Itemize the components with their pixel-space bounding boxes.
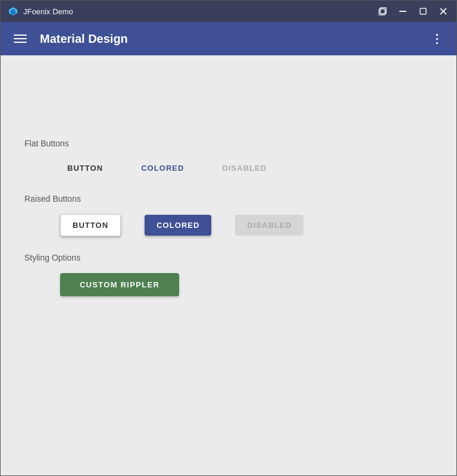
svg-rect-5 (420, 8, 426, 14)
more-options-icon[interactable]: ⋮ (427, 28, 447, 49)
raised-buttons-row: BUTTON COLORED DISABLED (24, 214, 433, 236)
maximize-icon[interactable] (417, 5, 429, 17)
raised-button-disabled: DISABLED (235, 215, 303, 236)
flat-buttons-label: Flat Buttons (24, 139, 433, 148)
svg-rect-4 (399, 11, 406, 12)
top-spacer (24, 67, 433, 139)
window-controls (377, 5, 449, 17)
flat-buttons-row: BUTTON COLORED DISABLED (24, 159, 433, 177)
raised-button-default[interactable]: BUTTON (60, 214, 121, 236)
restore-icon[interactable] (377, 5, 389, 17)
window-title: JFoenix Demo (23, 7, 377, 16)
flat-button-disabled: DISABLED (215, 159, 274, 177)
styling-options-section: Styling Options CUSTOM RIPPLER (24, 253, 433, 296)
application-window: JFoenix Demo (0, 0, 457, 476)
styling-options-row: CUSTOM RIPPLER (24, 273, 433, 296)
styling-options-label: Styling Options (24, 253, 433, 262)
raised-buttons-label: Raised Buttons (24, 194, 433, 203)
title-bar: JFoenix Demo (1, 1, 456, 22)
app-bar: Material Design ⋮ (1, 22, 456, 55)
flat-button-colored[interactable]: COLORED (134, 159, 191, 177)
main-content: Flat Buttons BUTTON COLORED DISABLED Rai… (1, 55, 456, 475)
flat-buttons-section: Flat Buttons BUTTON COLORED DISABLED (24, 139, 433, 177)
minimize-icon[interactable] (397, 5, 409, 17)
raised-buttons-section: Raised Buttons BUTTON COLORED DISABLED (24, 194, 433, 236)
app-bar-title: Material Design (40, 32, 427, 46)
hamburger-menu-icon[interactable] (10, 31, 30, 46)
raised-button-colored[interactable]: COLORED (145, 215, 211, 236)
flat-button-default[interactable]: BUTTON (60, 159, 110, 177)
close-icon[interactable] (437, 5, 449, 17)
custom-rippler-button[interactable]: CUSTOM RIPPLER (60, 273, 179, 296)
app-icon (8, 6, 18, 17)
